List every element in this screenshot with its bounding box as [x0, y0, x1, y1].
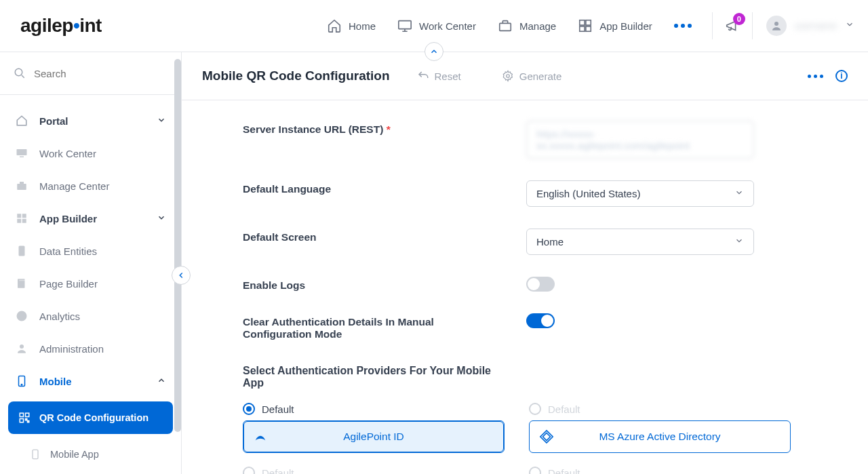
- svg-rect-4: [580, 26, 585, 31]
- svg-rect-24: [20, 419, 23, 422]
- server-url-input[interactable]: https://xxxxx-xx.xxxxx.agilepoint.com/ag…: [526, 121, 754, 159]
- radio-icon: [243, 403, 255, 415]
- provider-azure-ad[interactable]: MS Azure Active Directory: [529, 420, 791, 453]
- svg-rect-8: [17, 149, 27, 155]
- svg-rect-1: [500, 23, 511, 31]
- form: Server Instance URL (REST) * https://xxx…: [182, 100, 868, 474]
- svg-rect-27: [33, 450, 38, 458]
- collapse-header-button[interactable]: [425, 42, 443, 61]
- sidebar-item-manage-center[interactable]: Manage Center: [0, 170, 181, 202]
- main: Mobile QR Code Configuration Reset Gener…: [182, 52, 868, 474]
- sidebar-sub-qr-code[interactable]: QR Code Configuration: [8, 401, 173, 434]
- field-server-url: Server Instance URL (REST) * https://xxx…: [243, 121, 807, 159]
- svg-rect-25: [26, 419, 27, 420]
- sidebar: Portal Work Center Manage Center App Bui…: [0, 52, 182, 474]
- monitor-icon: [15, 146, 28, 160]
- user-icon: [15, 342, 28, 355]
- primary-nav: Home Work Center Manage App Builder: [327, 18, 692, 33]
- sidebar-search-input[interactable]: [34, 68, 167, 79]
- page-header-actions: i: [808, 70, 848, 82]
- sidebar-item-app-builder[interactable]: App Builder: [0, 202, 181, 235]
- radio-azure-default[interactable]: Default: [529, 403, 791, 415]
- sidebar-sub-mobile-app[interactable]: Mobile App: [8, 438, 173, 471]
- avatar-icon: [766, 16, 787, 36]
- notification-button[interactable]: 0: [725, 18, 740, 33]
- svg-rect-15: [22, 219, 26, 223]
- svg-point-28: [506, 75, 509, 78]
- field-enable-logs: Enable Logs: [243, 277, 807, 292]
- nav-app-builder[interactable]: App Builder: [578, 18, 652, 33]
- svg-point-21: [21, 384, 22, 386]
- svg-rect-18: [19, 280, 26, 281]
- svg-rect-26: [28, 421, 29, 422]
- language-select[interactable]: English (United States): [526, 180, 754, 207]
- briefcase-icon: [15, 179, 28, 193]
- database-icon: [15, 244, 28, 258]
- radio-icon: [243, 467, 255, 474]
- radio-agilepoint-default[interactable]: Default: [243, 403, 505, 415]
- nav-home[interactable]: Home: [327, 18, 376, 33]
- collapse-sidebar-button[interactable]: [172, 266, 191, 285]
- svg-point-6: [774, 22, 778, 26]
- mobile-icon: [15, 374, 28, 388]
- pie-icon: [15, 309, 28, 323]
- reset-button[interactable]: Reset: [417, 70, 461, 82]
- briefcase-icon: [498, 18, 513, 33]
- screen-select[interactable]: Home: [526, 229, 754, 255]
- svg-rect-9: [20, 157, 24, 158]
- sidebar-item-work-center[interactable]: Work Center: [0, 137, 181, 170]
- notification-count: 0: [733, 13, 745, 25]
- agilepoint-logo: agilep•int: [20, 15, 102, 37]
- radio-salesforce-default[interactable]: Default: [529, 467, 791, 474]
- sidebar-item-mobile[interactable]: Mobile: [0, 365, 181, 397]
- svg-point-7: [15, 68, 22, 76]
- sidebar-search[interactable]: [0, 52, 181, 95]
- sidebar-item-data-entities[interactable]: Data Entities: [0, 235, 181, 267]
- generate-button[interactable]: Generate: [502, 70, 562, 82]
- monitor-icon: [397, 18, 412, 33]
- enable-logs-toggle[interactable]: [526, 277, 555, 292]
- sidebar-item-portal[interactable]: Portal: [0, 104, 181, 137]
- azure-icon: [539, 429, 554, 444]
- chevron-down-icon: [157, 115, 166, 127]
- svg-rect-3: [586, 20, 591, 25]
- grid-icon: [15, 212, 28, 225]
- field-clear-auth: Clear Authentication Details In Manual C…: [243, 313, 807, 340]
- header: agilep•int Home Work Center Manage App B…: [0, 0, 868, 52]
- svg-rect-10: [17, 184, 26, 190]
- radio-google-default[interactable]: Default: [243, 467, 505, 474]
- auth-section-title: Select Authentication Providers For Your…: [243, 365, 500, 389]
- nav-work-center[interactable]: Work Center: [397, 18, 476, 33]
- home-icon: [327, 18, 342, 33]
- chevron-down-icon: [734, 188, 744, 199]
- svg-point-19: [20, 344, 24, 349]
- divider: [712, 12, 713, 39]
- chevron-down-icon: [157, 213, 166, 224]
- page-icon: [15, 277, 28, 290]
- page-header: Mobile QR Code Configuration Reset Gener…: [182, 52, 868, 100]
- radio-icon: [529, 403, 541, 415]
- sidebar-item-analytics[interactable]: Analytics: [0, 300, 181, 332]
- mobile-icon: [28, 448, 42, 461]
- svg-rect-5: [586, 26, 591, 31]
- sidebar-item-administration[interactable]: Administration: [0, 332, 181, 365]
- divider: [752, 12, 753, 39]
- overflow-menu-icon[interactable]: [674, 24, 692, 28]
- nav-manage[interactable]: Manage: [498, 18, 556, 33]
- home-icon: [15, 114, 28, 127]
- agilepoint-icon: [253, 429, 268, 444]
- more-actions-button[interactable]: [808, 75, 823, 78]
- svg-rect-14: [17, 219, 21, 223]
- user-menu[interactable]: username: [766, 16, 854, 36]
- qr-icon: [18, 411, 31, 424]
- provider-agilepoint-id[interactable]: AgilePoint ID: [243, 420, 505, 453]
- info-icon[interactable]: i: [835, 70, 848, 82]
- page-title: Mobile QR Code Configuration: [202, 68, 390, 83]
- chevron-down-icon: [734, 236, 744, 248]
- field-default-screen: Default Screen Home: [243, 229, 807, 255]
- sidebar-item-page-builder[interactable]: Page Builder: [0, 267, 181, 300]
- svg-rect-13: [22, 214, 26, 218]
- svg-rect-16: [19, 246, 25, 256]
- chevron-down-icon: [845, 20, 854, 32]
- clear-auth-toggle[interactable]: [526, 313, 555, 328]
